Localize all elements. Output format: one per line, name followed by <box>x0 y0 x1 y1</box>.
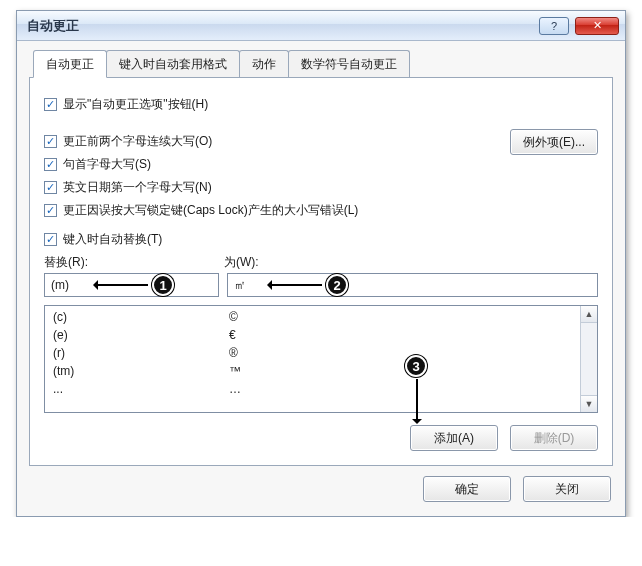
scroll-down-icon[interactable]: ▼ <box>581 395 597 412</box>
checkbox-icon <box>44 135 57 148</box>
close-button[interactable]: 关闭 <box>523 476 611 502</box>
option-label: 更正前两个字母连续大写(O) <box>63 133 212 150</box>
tab-autocorrect[interactable]: 自动更正 <box>33 50 107 78</box>
callout-2: 2 <box>326 274 348 296</box>
tab-autoformat-typing[interactable]: 键入时自动套用格式 <box>106 50 240 77</box>
help-button[interactable]: ? <box>539 17 569 35</box>
option-cap-days[interactable]: 英文日期第一个字母大写(N) <box>44 179 510 196</box>
scroll-track[interactable] <box>581 323 597 395</box>
tab-strip: 自动更正 键入时自动套用格式 动作 数学符号自动更正 <box>29 51 613 78</box>
checkbox-icon <box>44 98 57 111</box>
list-action-row: 3 添加(A) 删除(D) <box>44 425 598 451</box>
label-replace: 替换(R): <box>44 254 224 271</box>
checkbox-icon <box>44 158 57 171</box>
autocorrect-panel: 显示"自动更正选项"按钮(H) 更正前两个字母连续大写(O) 句首字母大写(S) <box>29 78 613 466</box>
option-show-button[interactable]: 显示"自动更正选项"按钮(H) <box>44 96 598 113</box>
dialog-footer: 确定 关闭 <box>29 466 613 502</box>
list-body: (c) © (e) € (r) ® (tm) ™ <box>45 306 580 412</box>
window-buttons: ? ✕ <box>539 17 619 35</box>
option-label: 键入时自动替换(T) <box>63 231 162 248</box>
scroll-up-icon[interactable]: ▲ <box>581 306 597 323</box>
label-with: 为(W): <box>224 254 259 271</box>
titlebar: 自动更正 ? ✕ <box>17 11 625 41</box>
option-two-caps[interactable]: 更正前两个字母连续大写(O) <box>44 133 510 150</box>
tab-actions[interactable]: 动作 <box>239 50 289 77</box>
list-scrollbar[interactable]: ▲ ▼ <box>580 306 597 412</box>
option-label: 更正因误按大写锁定键(Caps Lock)产生的大小写错误(L) <box>63 202 358 219</box>
autocorrect-dialog: 自动更正 ? ✕ 自动更正 键入时自动套用格式 动作 数学符号自动更正 显示"自… <box>16 10 626 517</box>
callout-1: 1 <box>152 274 174 296</box>
list-item[interactable]: (tm) ™ <box>45 362 580 380</box>
option-label: 句首字母大写(S) <box>63 156 151 173</box>
checkbox-icon <box>44 181 57 194</box>
list-item[interactable]: (c) © <box>45 308 580 326</box>
ok-button[interactable]: 确定 <box>423 476 511 502</box>
window-title: 自动更正 <box>23 17 539 35</box>
arrow-icon <box>96 284 148 286</box>
client-area: 自动更正 键入时自动套用格式 动作 数学符号自动更正 显示"自动更正选项"按钮(… <box>17 41 625 516</box>
option-label: 英文日期第一个字母大写(N) <box>63 179 212 196</box>
checkbox-icon <box>44 233 57 246</box>
replace-field-labels: 替换(R): 为(W): <box>44 254 598 271</box>
arrow-icon <box>416 379 418 421</box>
replacements-list[interactable]: (c) © (e) € (r) ® (tm) ™ <box>44 305 598 413</box>
option-cap-sentence[interactable]: 句首字母大写(S) <box>44 156 510 173</box>
replace-inputs: (m) ㎡ 1 2 <box>44 273 598 297</box>
tab-math-autocorrect[interactable]: 数学符号自动更正 <box>288 50 410 77</box>
window-close-button[interactable]: ✕ <box>575 17 619 35</box>
option-label: 显示"自动更正选项"按钮(H) <box>63 96 208 113</box>
list-item[interactable]: (e) € <box>45 326 580 344</box>
add-button[interactable]: 添加(A) <box>410 425 498 451</box>
list-item[interactable]: (r) ® <box>45 344 580 362</box>
option-replace-as-type[interactable]: 键入时自动替换(T) <box>44 231 598 248</box>
list-item[interactable]: ... … <box>45 380 580 398</box>
checkbox-icon <box>44 204 57 217</box>
arrow-icon <box>270 284 322 286</box>
callout-3: 3 <box>405 355 427 377</box>
option-caps-lock[interactable]: 更正因误按大写锁定键(Caps Lock)产生的大小写错误(L) <box>44 202 510 219</box>
delete-button[interactable]: 删除(D) <box>510 425 598 451</box>
exceptions-button[interactable]: 例外项(E)... <box>510 129 598 155</box>
